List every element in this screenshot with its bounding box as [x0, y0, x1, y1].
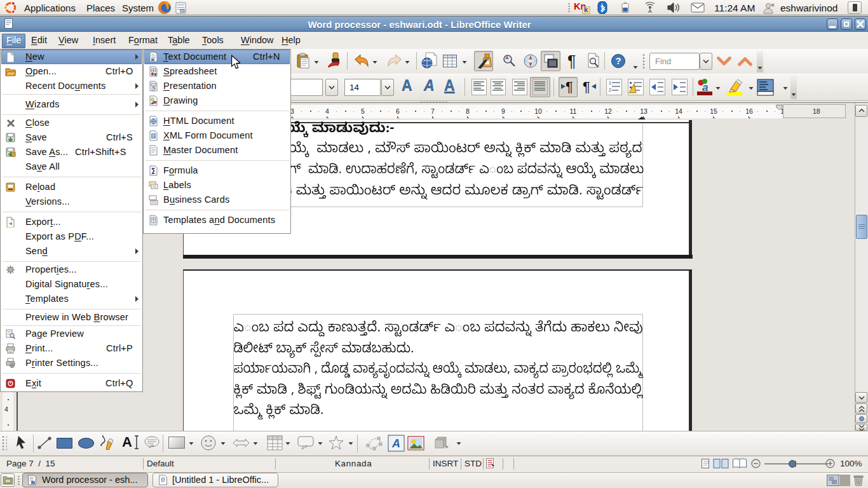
- svg-text:1: 1: [609, 81, 611, 85]
- svg-text:?: ?: [615, 55, 621, 66]
- svg-text:2: 2: [609, 88, 611, 92]
- svg-text:A: A: [391, 437, 400, 450]
